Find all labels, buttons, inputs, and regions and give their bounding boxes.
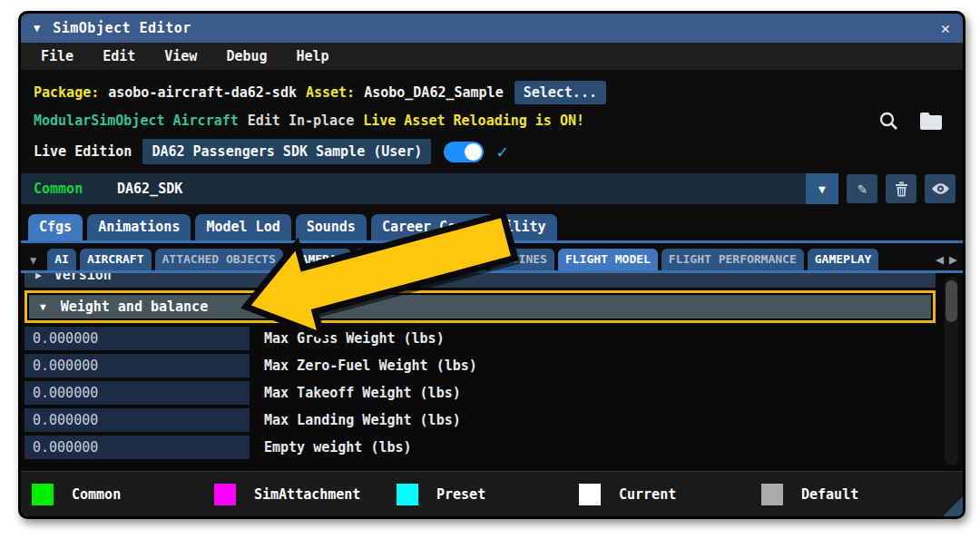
tab-cfgs[interactable]: Cfgs: [28, 214, 83, 240]
cfg-tab-gameplay[interactable]: GAMEPLAY: [808, 249, 879, 270]
menu-edit[interactable]: Edit: [88, 48, 150, 64]
legend-label: SimAttachment: [254, 486, 360, 503]
section-weight-highlight: ▼ Weight and balance: [24, 290, 936, 323]
legend-item-common: Common: [32, 484, 214, 505]
tab-animations[interactable]: Animations: [87, 214, 191, 240]
field-label: Empty weight (lbs): [264, 439, 412, 456]
asset-value: Asobo_DA62_Sample: [364, 84, 504, 101]
legend-item-current: Current: [579, 484, 761, 505]
window-collapse-icon[interactable]: ▼: [34, 22, 40, 34]
selection-row: Common DA62_SDK ▼ ✎: [21, 173, 963, 204]
cfg-tab-flight-model[interactable]: FLIGHT MODEL: [558, 249, 658, 270]
legend-item-default: Default: [761, 484, 944, 505]
section-version[interactable]: ▶ Version: [24, 273, 936, 288]
cfg-tab-aircraft[interactable]: AIRCRAFT: [80, 249, 152, 270]
max-zero-fuel-weight-input[interactable]: [24, 354, 250, 377]
live-reload-status: Live Asset Reloading is ON!: [363, 113, 584, 129]
edit-button[interactable]: ✎: [847, 174, 877, 203]
cfg-tab-flight-performance[interactable]: FLIGHT PERFORMANCE: [662, 249, 804, 270]
select-asset-button[interactable]: Select...: [514, 81, 606, 104]
pencil-icon: ✎: [858, 180, 867, 198]
field-label: Max Gross Weight (lbs): [264, 330, 445, 347]
field-row: Max Landing Weight (lbs): [24, 408, 936, 432]
package-value: asobo-aircraft-da62-sdk: [108, 84, 297, 101]
cfg-tab-cameras[interactable]: CAMERAS: [287, 249, 351, 270]
scrollbar-thumb[interactable]: [946, 280, 957, 322]
max-gross-weight-input[interactable]: [24, 327, 250, 350]
selection-name: DA62_SDK: [117, 181, 182, 197]
legend-label: Preset: [436, 486, 485, 503]
cfg-tab-ai[interactable]: AI: [47, 249, 76, 270]
field-row: Max Gross Weight (lbs): [24, 327, 936, 350]
package-bar: Package: asobo-aircraft-da62-sdk Asset: …: [21, 79, 963, 106]
cfg-tab-cockpit[interactable]: COCKPIT: [355, 249, 419, 270]
cfg-content-panel: ▶ Version ▼ Weight and balance Max Gross…: [21, 273, 963, 471]
preset-swatch: [397, 484, 418, 505]
menu-file[interactable]: File: [26, 48, 88, 64]
tab-career-compatibility[interactable]: Career Compatibility: [371, 214, 557, 240]
common-swatch: [32, 484, 54, 505]
live-edition-label: Live Edition: [34, 143, 132, 160]
current-swatch: [579, 484, 601, 505]
chevron-down-icon: ▼: [818, 182, 826, 196]
visibility-button[interactable]: [925, 174, 956, 203]
field-row: Empty weight (lbs): [24, 436, 936, 459]
close-icon[interactable]: ✕: [941, 19, 950, 37]
section-weight-and-balance[interactable]: ▼ Weight and balance: [29, 295, 931, 318]
default-swatch: [761, 484, 783, 505]
menu-help[interactable]: Help: [282, 48, 344, 64]
expand-icon: ▶: [35, 273, 42, 281]
cfg-tabs: ▼ AI AIRCRAFT ATTACHED OBJECTS CAMERAS C…: [21, 245, 963, 270]
tabs-scroll-left-icon[interactable]: ◀: [936, 251, 944, 268]
max-takeoff-weight-input[interactable]: [24, 381, 250, 405]
scrollbar-track[interactable]: [945, 277, 958, 466]
check-icon: ✓: [496, 141, 507, 162]
max-landing-weight-input[interactable]: [24, 408, 250, 432]
menu-view[interactable]: View: [150, 48, 211, 64]
package-label: Package:: [34, 84, 99, 101]
folder-icon[interactable]: [919, 112, 943, 131]
menu-debug[interactable]: Debug: [211, 48, 281, 64]
delete-button[interactable]: [886, 174, 916, 203]
collapse-icon: ▼: [40, 301, 46, 313]
simattachment-swatch: [214, 484, 236, 505]
eye-icon: [931, 182, 950, 195]
main-tabs: Cfgs Animations Model Lod Sounds Career …: [21, 213, 963, 240]
legend-item-preset: Preset: [397, 484, 579, 505]
tab-model-lod[interactable]: Model Lod: [195, 214, 290, 240]
collapse-all-icon[interactable]: ▼: [30, 254, 36, 270]
menu-bar: File Edit View Debug Help: [21, 43, 963, 70]
simobject-type: ModularSimObject Aircraft: [34, 113, 239, 129]
live-edition-bar: Live Edition DA62 Passengers SDK Sample …: [21, 135, 963, 168]
asset-label: Asset:: [306, 84, 355, 101]
window-title: SimObject Editor: [53, 20, 191, 36]
toggle-knob: [465, 143, 482, 161]
dropdown-button[interactable]: ▼: [806, 173, 838, 204]
field-label: Max Zero-Fuel Weight (lbs): [264, 358, 477, 374]
live-edition-value[interactable]: DA62 Passengers SDK Sample (User): [142, 139, 431, 164]
tab-underline: [21, 240, 963, 243]
live-edition-toggle[interactable]: [444, 142, 484, 162]
selection-scope: Common: [21, 181, 117, 197]
resize-handle[interactable]: [943, 496, 963, 516]
legend-label: Common: [72, 486, 121, 503]
title-bar: ▼ SimObject Editor ✕: [21, 14, 963, 43]
field-label: Max Takeoff Weight (lbs): [264, 385, 461, 401]
edit-mode: Edit In-place: [248, 113, 354, 129]
field-row: Max Takeoff Weight (lbs): [24, 381, 936, 405]
simobject-editor-window: ▼ SimObject Editor ✕ File Edit View Debu…: [18, 11, 965, 519]
section-weight-label: Weight and balance: [61, 299, 209, 315]
legend-label: Default: [801, 486, 858, 503]
legend-bar: Common SimAttachment Preset Current Defa…: [21, 471, 963, 516]
tabs-scroll-right-icon[interactable]: ▶: [949, 251, 957, 268]
section-version-label: Version: [54, 273, 112, 283]
status-bar: ModularSimObject Aircraft Edit In-place …: [21, 106, 963, 135]
selection-bar[interactable]: Common DA62_SDK ▼: [21, 173, 838, 204]
search-icon[interactable]: [878, 111, 899, 132]
legend-label: Current: [619, 486, 676, 503]
cfg-tab-attached-objects[interactable]: ATTACHED OBJECTS: [155, 249, 283, 270]
cfg-tab-effects[interactable]: EFFECTS: [422, 249, 486, 270]
empty-weight-input[interactable]: [24, 436, 250, 459]
cfg-tab-engines[interactable]: ENGINES: [490, 249, 554, 270]
tab-sounds[interactable]: Sounds: [296, 214, 367, 240]
